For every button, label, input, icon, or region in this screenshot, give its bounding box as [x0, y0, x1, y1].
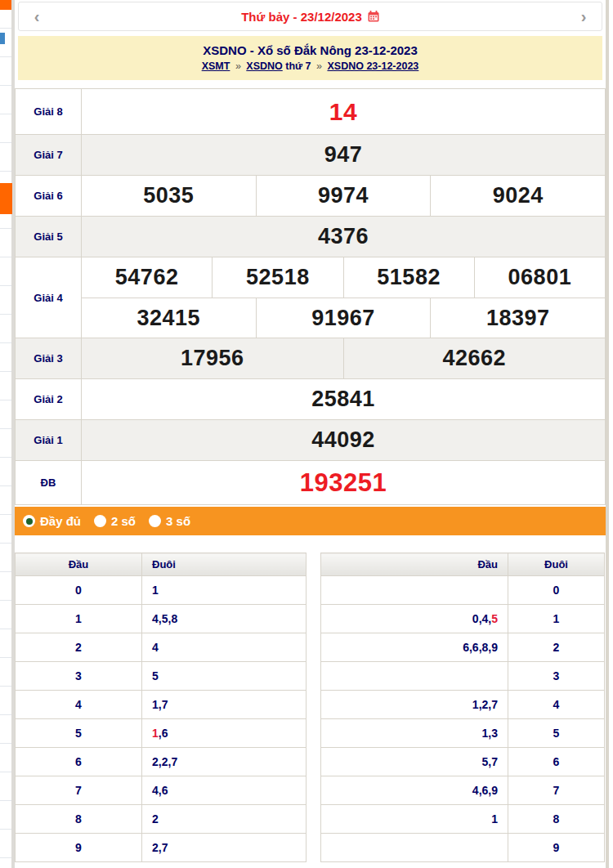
- duoi-cell: 6: [508, 748, 605, 776]
- result-header: XSDNO - Xổ số Đắk Nông 23-12-2023 XSMT »…: [18, 36, 602, 80]
- radio-icon[interactable]: [149, 515, 161, 527]
- dau-list-cell: 5,7: [321, 748, 508, 776]
- filter-option[interactable]: 3 số: [149, 514, 190, 528]
- prize-number: 54762: [82, 257, 212, 298]
- table-row: 62,2,7: [16, 748, 306, 776]
- breadcrumb-separator: »: [316, 60, 322, 72]
- prize-subrow: 25841: [82, 379, 605, 419]
- table-row: 3: [321, 662, 605, 691]
- prize-cells: 503599749024: [82, 176, 605, 216]
- dau-cell: 0: [16, 576, 142, 605]
- prize-number: 32415: [82, 298, 256, 338]
- table-row: 51,6: [16, 719, 306, 748]
- duoi-list-cell: 2,2,7: [142, 748, 306, 776]
- prize-row: Giải 144092: [16, 420, 605, 461]
- digit: 8: [171, 612, 177, 625]
- digit: 0: [472, 612, 479, 625]
- duoi-list-cell: 1,6: [142, 719, 306, 748]
- filter-option[interactable]: Đầy đủ: [23, 514, 81, 528]
- dau-list-cell: 6,6,8,9: [321, 633, 508, 662]
- prize-label: Giải 8: [16, 89, 82, 134]
- dau-list-cell: 1,2,7: [321, 691, 508, 719]
- breadcrumb-link[interactable]: XSDNO: [246, 60, 282, 72]
- dau-list-cell: [321, 834, 508, 862]
- column-header-duoi: Đuôi: [508, 553, 605, 576]
- main-content: ‹ Thứ bảy - 23/12/2023 › XSDNO - X: [15, 0, 606, 862]
- prize-subrow: 324159196718397: [82, 298, 605, 338]
- column-header-dau: Đầu: [321, 553, 508, 576]
- dau-duoi-section: Đầu Đuôi 0114,5,8243541,751,662,2,774,68…: [15, 553, 606, 862]
- date-picker-trigger[interactable]: Thứ bảy - 23/12/2023: [55, 10, 566, 24]
- duoi-list-cell: 2,7: [142, 834, 306, 862]
- digit: 1: [152, 584, 159, 597]
- prize-label: Giải 4: [16, 257, 82, 338]
- prize-cells: 54762525185158206801324159196718397: [82, 257, 605, 338]
- digit: 4: [482, 612, 489, 625]
- duoi-cell: 2: [508, 633, 605, 662]
- prize-cells: 4376: [82, 217, 605, 257]
- digit: 1: [482, 727, 489, 740]
- digit: 9: [491, 784, 498, 797]
- table-row: 74,6: [16, 776, 306, 805]
- breadcrumb-text: thứ 7: [285, 60, 311, 72]
- table-row: 5,76: [321, 748, 605, 776]
- prize-number: 947: [82, 135, 605, 175]
- dau-list-cell: [321, 576, 508, 605]
- prize-label: Giải 5: [16, 217, 82, 257]
- prize-number: 25841: [82, 379, 605, 419]
- duoi-list-cell: 4,6: [142, 776, 306, 805]
- table-row: 14,5,8: [16, 605, 306, 633]
- prize-label: Giải 1: [16, 420, 82, 460]
- table-row: 0,4,51: [321, 605, 605, 633]
- date-label: Thứ bảy - 23/12/2023: [241, 10, 362, 24]
- page-title: XSDNO - Xổ số Đắk Nông 23-12-2023: [18, 43, 602, 57]
- edge-fragment-orange-top: [0, 0, 11, 10]
- dau-cell: 7: [16, 776, 142, 805]
- prize-cells: 1795642662: [82, 338, 605, 378]
- breadcrumb-link[interactable]: XSDNO 23-12-2023: [327, 60, 418, 72]
- digit: 2: [152, 812, 159, 825]
- prize-number: 4376: [82, 217, 605, 257]
- breadcrumb-separator: »: [235, 60, 241, 72]
- table-row: 35: [16, 662, 306, 691]
- filter-option[interactable]: 2 số: [94, 514, 136, 528]
- prize-number: 44092: [82, 420, 605, 460]
- digit: 7: [491, 698, 498, 711]
- dau-cell: 1: [16, 605, 142, 633]
- duoi-list-cell: 1: [142, 576, 306, 605]
- digit: 4: [472, 784, 479, 797]
- radio-dot: [26, 518, 33, 525]
- table-row: 4,6,97: [321, 776, 605, 805]
- digit: 7: [162, 841, 168, 854]
- prize-row: Giải 6503599749024: [16, 176, 605, 217]
- dau-list-cell: 4,6,9: [321, 776, 508, 805]
- prize-label: Giải 2: [16, 379, 82, 419]
- table-row: 6,6,8,92: [321, 633, 605, 662]
- highlighted-digit: 5: [491, 612, 498, 625]
- duoi-list-cell: 5: [142, 662, 306, 691]
- breadcrumb: XSMT » XSDNO thứ 7 » XSDNO 23-12-2023: [18, 60, 602, 72]
- prize-cells: 25841: [82, 379, 605, 419]
- duoi-list-cell: 4: [142, 633, 306, 662]
- digit: 2: [152, 841, 159, 854]
- column-header-dau: Đầu: [16, 553, 142, 576]
- digit: 5: [482, 755, 489, 768]
- prize-subrow: 44092: [82, 420, 605, 460]
- prize-number: 193251: [82, 461, 605, 504]
- prize-cells: 947: [82, 135, 605, 175]
- radio-icon[interactable]: [94, 515, 106, 527]
- breadcrumb-link[interactable]: XSMT: [202, 60, 230, 72]
- prev-day-button[interactable]: ‹: [19, 2, 55, 30]
- table-row: 01: [16, 576, 306, 605]
- radio-selected-icon[interactable]: [23, 515, 35, 527]
- next-day-button[interactable]: ›: [566, 2, 602, 30]
- calendar-icon[interactable]: [368, 11, 379, 22]
- highlighted-digit: 1: [152, 727, 159, 740]
- dau-cell: 8: [16, 805, 142, 834]
- dau-cell: 6: [16, 748, 142, 776]
- prize-number: 52518: [212, 257, 342, 298]
- digit: 6: [162, 727, 168, 740]
- prize-row: Giải 814: [16, 89, 605, 135]
- digit: 7: [491, 755, 498, 768]
- prize-subrow: 14: [82, 89, 605, 134]
